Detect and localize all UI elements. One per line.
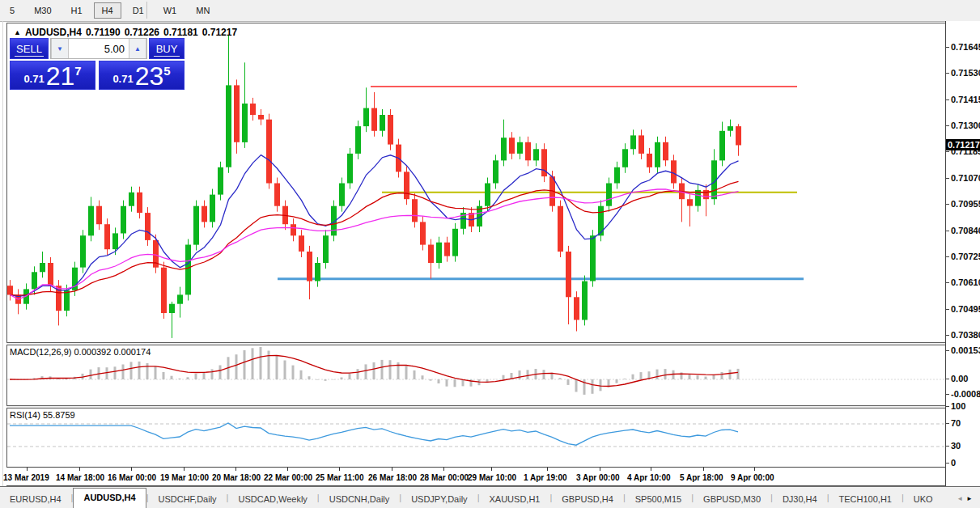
mt4-window: 5M30H1H4D1W1MN ▲AUDUSD,H40.711900.712260… [0, 0, 980, 508]
symbol-period-label: AUDUSD,H4 [25, 27, 82, 38]
axis-tick-label: 0.00 [951, 374, 968, 383]
volume-decrease-button[interactable]: ▼ [51, 39, 69, 58]
time-tick [651, 468, 651, 471]
time-tick [392, 468, 392, 471]
buy-button[interactable]: BUY [149, 38, 185, 59]
time-tick [79, 468, 80, 471]
time-tick [703, 468, 704, 471]
axis-tick-label: 0.70495 [951, 304, 980, 314]
chart-tab-gbpusd-m30[interactable]: GBPUSD,M30 [694, 491, 770, 508]
time-axis[interactable]: 13 Mar 201914 Mar 18:0016 Mar 00:0019 Ma… [6, 467, 945, 485]
price-axis[interactable]: 0.71217 0.716450.715300.714150.713000.71… [945, 21, 980, 486]
time-tick-label: 14 Mar 18:00 [56, 473, 104, 482]
buy-price-prefix: 0.71 [112, 73, 133, 85]
time-tick-label: 4 Apr 10:00 [627, 473, 671, 482]
time-tick-label: 26 Mar 18:00 [368, 473, 417, 482]
sell-price-prefix: 0.71 [23, 73, 44, 85]
timeframe-button-w1[interactable]: W1 [155, 2, 185, 19]
time-tick-label: 1 Apr 19:00 [524, 473, 567, 482]
time-tick [547, 468, 548, 471]
axis-tick-label: 0 [951, 458, 956, 468]
time-tick [235, 468, 236, 471]
chart-tab-eurusd-h4[interactable]: EURUSD,H4 [0, 491, 71, 508]
axis-tick-label: 0.71645 [951, 42, 980, 52]
time-tick-label: 29 Mar 10:00 [468, 473, 516, 482]
axis-tick-label: 0.70955 [951, 199, 980, 209]
timeframe-button-d1[interactable]: D1 [125, 2, 152, 19]
chart-tab-tech100-h1[interactable]: TECH100,H1 [829, 491, 902, 508]
timeframe-button-h1[interactable]: H1 [63, 2, 91, 19]
time-tick-label: 13 Mar 2019 [3, 473, 49, 482]
time-tick [339, 468, 340, 471]
collapse-icon[interactable]: ▲ [14, 28, 21, 36]
time-tick-label: 20 Mar 18:00 [212, 473, 261, 482]
high-value: 0.71226 [125, 27, 159, 38]
rsi-indicator-canvas[interactable] [6, 409, 945, 467]
axis-tick-label: -0.000835 [951, 389, 980, 399]
time-tick-label: 28 Mar 00:00 [420, 473, 469, 482]
time-tick-label: 5 Apr 18:00 [680, 473, 723, 482]
one-click-trading-panel: SELL ▼ ▲ BUY 0.71 21 7 0.71 23 5 [10, 38, 185, 90]
chart-tab-usdcad-weekly[interactable]: USDCAD,Weekly [228, 491, 316, 508]
current-price-tag: 0.71217 [946, 139, 980, 150]
axis-tick-label: 0.71415 [951, 95, 980, 104]
chart-tab-usdchf-daily[interactable]: USDCHF,Daily [148, 491, 226, 508]
time-tick [443, 468, 444, 471]
timeframe-button-m30[interactable]: M30 [26, 2, 59, 19]
sell-price-display[interactable]: 0.71 21 7 [10, 61, 95, 90]
time-tick-label: 25 Mar 11:00 [316, 473, 364, 482]
macd-splitter[interactable] [6, 342, 945, 345]
axis-tick-label: 0.70380 [951, 330, 980, 340]
sell-price-big: 21 [46, 63, 75, 89]
tab-scroll-arrows: ◄► [957, 495, 976, 502]
buy-price-pip: 5 [163, 64, 170, 78]
macd-label: MACD(12,26,9) 0.000392 0.000174 [10, 347, 151, 357]
axis-tick-label: 30 [951, 441, 961, 451]
axis-tick-label: 70 [951, 418, 961, 428]
time-tick-label: 9 Apr 00:00 [731, 473, 774, 482]
buy-price-big: 23 [135, 63, 164, 89]
buy-price-display[interactable]: 0.71 23 5 [99, 61, 185, 90]
sell-price-pip: 7 [74, 64, 81, 78]
time-tick [491, 468, 492, 471]
time-tick [287, 468, 288, 471]
timeframe-button-mn[interactable]: MN [188, 2, 218, 19]
chart-tab-uko[interactable]: UKO [904, 491, 943, 508]
toolbar-separator [146, 2, 147, 19]
axis-tick-label: 0.001538 [951, 345, 980, 355]
open-value: 0.71190 [86, 27, 121, 38]
time-tick-label: 19 Mar 10:00 [160, 473, 209, 482]
timeframe-button-5[interactable]: 5 [2, 2, 23, 19]
tab-scroll-right-icon[interactable]: ► [966, 495, 976, 502]
chart-tab-usdjpy-daily[interactable]: USDJPY,Daily [401, 491, 477, 508]
tab-scroll-left-icon[interactable]: ◄ [957, 495, 966, 502]
chart-tab-usdcnh-daily[interactable]: USDCNH,Daily [320, 491, 400, 508]
axis-tick-label: 0.71070 [951, 173, 980, 183]
chart-tab-gbpusd-h4[interactable]: GBPUSD,H4 [552, 491, 623, 508]
axis-tick-label: 0.71530 [951, 68, 980, 78]
chart-tab-audusd-h4[interactable]: AUDUSD,H4 [73, 488, 146, 508]
rsi-splitter[interactable] [6, 405, 945, 409]
axis-tick-label: 0.71300 [951, 121, 980, 130]
chart-tab-bar: EURUSD,H4|AUDUSD,H4|USDCHF,Daily|USDCAD,… [0, 486, 980, 508]
low-value: 0.71181 [163, 27, 198, 38]
volume-spinner: ▼ ▲ [50, 38, 147, 59]
time-tick [131, 468, 132, 471]
volume-input[interactable] [69, 39, 129, 58]
chart-tab-sp500-m15[interactable]: SP500,M15 [626, 491, 691, 508]
timeframe-button-h4[interactable]: H4 [94, 2, 121, 19]
time-tick [754, 468, 755, 471]
chart-tab-xauusd-h1[interactable]: XAUUSD,H1 [479, 491, 549, 508]
time-tick [184, 468, 185, 471]
time-tick-label: 16 Mar 00:00 [108, 473, 156, 482]
chart-tab-dj30-h4[interactable]: DJ30,H4 [773, 491, 827, 508]
time-tick [27, 468, 28, 471]
volume-increase-button[interactable]: ▲ [129, 39, 146, 58]
close-value: 0.71217 [202, 27, 237, 38]
window-left-frame [2, 21, 3, 508]
axis-tick-label: 100 [951, 401, 965, 411]
time-tick-label: 3 Apr 00:00 [576, 473, 620, 482]
axis-tick-label: 0.70610 [951, 277, 980, 287]
time-tick [600, 468, 600, 471]
sell-button[interactable]: SELL [10, 38, 49, 59]
